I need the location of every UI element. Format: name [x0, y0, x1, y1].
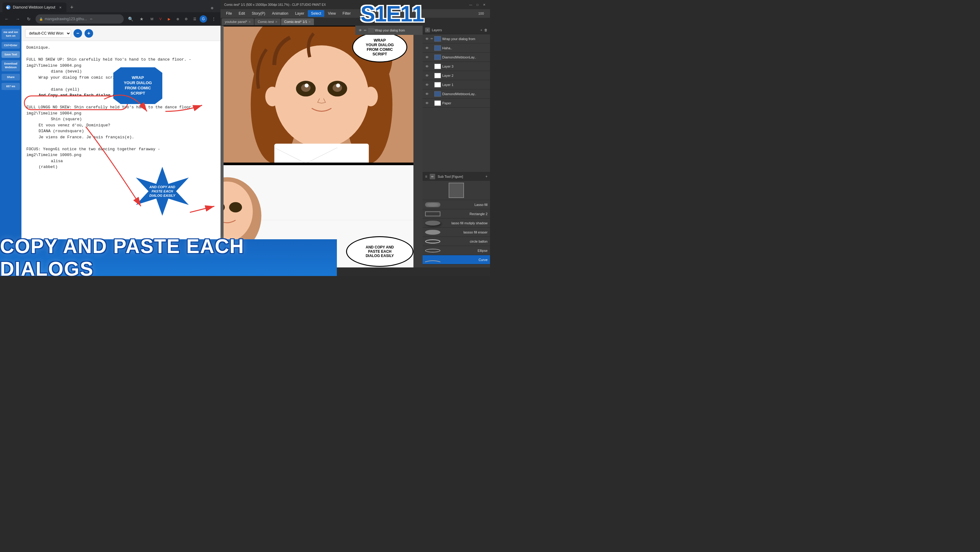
- script-line-11: Je viens de France. Je suis français(e).: [38, 134, 216, 140]
- subtool-add-icon[interactable]: +: [485, 174, 488, 179]
- tab-active-close[interactable]: ✕: [309, 20, 311, 24]
- subtool-menu-icon[interactable]: ≡: [425, 174, 427, 179]
- tab-close-button[interactable]: ✕: [58, 5, 63, 10]
- menu-layer[interactable]: Layer: [292, 10, 307, 17]
- menu-select[interactable]: Select: [308, 10, 324, 17]
- tab-favicon: ◆: [6, 5, 10, 10]
- ext-icon-6[interactable]: ☰: [191, 15, 199, 23]
- csp-title: Comic-test* 1/1 (500 x 15000px 300dpi 16…: [224, 3, 326, 6]
- layer-row-5[interactable]: 👁 ✏ Layer 1: [423, 80, 490, 89]
- layer-vis-7[interactable]: 👁: [425, 101, 430, 106]
- layer-vis-6[interactable]: 👁: [425, 92, 430, 97]
- bookmark-button[interactable]: ★: [137, 15, 146, 23]
- layer-row-4[interactable]: 👁 ✏ Layer 2: [423, 71, 490, 80]
- sidebar-download[interactable]: Download Webtoon: [2, 60, 20, 71]
- svg-point-13: [364, 87, 378, 106]
- ext-icon-5[interactable]: ⚙: [183, 15, 190, 23]
- subtool-tool-icon[interactable]: ✏: [430, 174, 435, 179]
- ext-icon-3[interactable]: ▶: [165, 15, 173, 23]
- active-tab[interactable]: ◆ Diamond Webtoon Layout ✕: [2, 2, 67, 12]
- address-input[interactable]: 🔒 mangadrawing123.githu... ✏: [35, 14, 124, 24]
- layer-row-2[interactable]: 👁 ✏ DiamondWebtoonLay..: [423, 52, 490, 62]
- subtool-curve[interactable]: Curve: [423, 255, 490, 264]
- ext-icon-1[interactable]: M: [148, 15, 156, 23]
- layer-row-3[interactable]: 👁 ✏ Layer 3: [423, 62, 490, 71]
- refresh-button[interactable]: ↻: [24, 15, 33, 23]
- svg-point-22: [229, 202, 242, 213]
- subtool-curve-label: Curve: [443, 258, 488, 262]
- address-bar: ← → ↻ 🔒 mangadrawing123.githu... ✏ 🔍 ★ M…: [0, 12, 221, 26]
- layer-vis-0[interactable]: 👁: [425, 36, 430, 41]
- sidebar-save-text[interactable]: Save Text: [2, 51, 20, 58]
- zoom-label: 100: [478, 12, 484, 15]
- layers-delete-icon[interactable]: 🗑: [484, 28, 488, 32]
- csp-thin-right-panel: [414, 26, 423, 276]
- subtool-rect2-label: Rectangle 2: [443, 212, 488, 216]
- layer-edit-icon[interactable]: ✏: [363, 28, 368, 33]
- layer-vis-2[interactable]: 👁: [425, 55, 430, 60]
- font-decrease-button[interactable]: −: [73, 29, 82, 38]
- script-line-7: FULL LONGG NO SKEW: Shin carefully held …: [26, 104, 216, 116]
- menu-animation[interactable]: Animation: [269, 10, 291, 17]
- maximize-button[interactable]: □: [475, 2, 480, 7]
- layer-row-1[interactable]: 👁 ✏ Haha..: [423, 43, 490, 52]
- layers-add-icon[interactable]: +: [480, 28, 482, 32]
- menu-story[interactable]: Story(P): [249, 10, 268, 17]
- sidebar-item-shortcut[interactable]: Ctrl+Enter: [2, 42, 20, 49]
- script-line-8: Shin (square): [51, 116, 216, 122]
- layer-vis-4[interactable]: 👁: [425, 73, 430, 78]
- subtool-lasso-eraser[interactable]: lassso fill eraser: [423, 228, 490, 237]
- layer-visibility-icon[interactable]: 👁: [358, 28, 363, 33]
- minimize-button[interactable]: —: [469, 2, 473, 7]
- subtool-lasso-shadow[interactable]: lasso fill mutiply shadow: [423, 219, 490, 228]
- subtool-ellipse[interactable]: Ellipse: [423, 246, 490, 255]
- layer-thumb-4: [434, 73, 441, 78]
- layers-filter-icon[interactable]: ≡: [425, 27, 430, 32]
- font-increase-button[interactable]: +: [84, 29, 93, 38]
- subtool-lasso-fill[interactable]: Lasso fill: [423, 200, 490, 209]
- tab-bar: ◆ Diamond Webtoon Layout ✕ + ⊕: [0, 0, 221, 12]
- forward-button[interactable]: →: [13, 15, 22, 23]
- tab-comic-test[interactable]: Comic-test ✕: [255, 18, 280, 25]
- tab-comic-test-close[interactable]: ✕: [275, 20, 277, 24]
- tab-youtube-close[interactable]: ✕: [248, 20, 251, 24]
- subtool-lasso-shadow-label: lasso fill mutiply shadow: [443, 221, 488, 225]
- menu-view[interactable]: View: [325, 10, 339, 17]
- subtool-rect2-preview: [425, 211, 441, 216]
- ext-icon-4[interactable]: ⊕: [174, 15, 181, 23]
- menu-filter[interactable]: Filter: [340, 10, 354, 17]
- layer-vis-3[interactable]: 👁: [425, 64, 430, 69]
- menu-file[interactable]: File: [223, 10, 235, 17]
- layer-vis-5[interactable]: 👁: [425, 82, 430, 87]
- subtool-rect2[interactable]: Rectangle 2: [423, 209, 490, 219]
- font-selector[interactable]: default-CC Wild Words ▼: [25, 29, 71, 38]
- close-button[interactable]: ✕: [482, 2, 486, 7]
- menu-edit[interactable]: Edit: [235, 10, 248, 17]
- subtool-circle-ballon[interactable]: circle ballon: [423, 237, 490, 246]
- starburst-shape: AND COPY ANDPASTE EACHDIALOG EASILY: [135, 167, 190, 216]
- subtool-rect-button[interactable]: [449, 183, 464, 198]
- search-button[interactable]: 🔍: [126, 15, 135, 23]
- layers-title: Layers: [432, 28, 479, 32]
- csp-menubar: File Edit Story(P) Animation Layer Selec…: [221, 9, 490, 18]
- sidebar-share[interactable]: Share: [2, 74, 20, 81]
- back-button[interactable]: ←: [2, 15, 11, 23]
- subtool-curve-preview: [425, 258, 441, 261]
- layer-row-0[interactable]: 👁 ✏ Wrap your dialog from: [423, 34, 490, 43]
- layer-row-7[interactable]: 👁 ✏ Paper: [423, 98, 490, 108]
- tab-comic-test-active[interactable]: Comic-test* 1/1 ✕: [281, 18, 314, 25]
- tab-youtube[interactable]: youtube panel* ✕: [222, 18, 254, 25]
- more-menu-button[interactable]: ⋮: [210, 15, 218, 23]
- ext-icon-2[interactable]: V: [157, 15, 164, 23]
- profile-avatar[interactable]: G: [200, 15, 207, 23]
- callout-text: WRAPYOUR DIALOGFROM COMICSCRIPT: [124, 75, 152, 96]
- new-tab-button[interactable]: +: [68, 3, 76, 12]
- layer-vis-1[interactable]: 👁: [425, 46, 430, 51]
- layer-icon-3: ✏: [431, 65, 433, 68]
- script-line-1: Dominique.: [26, 45, 216, 51]
- subtool-ellipse-preview: [425, 249, 441, 252]
- script-line-12: FOCUS: YeognGi notice the two dancing to…: [26, 146, 216, 158]
- layer-name-4: Layer 2: [442, 74, 488, 78]
- layer-row-6[interactable]: 👁 ✏ DiamondWebtoonLay..: [423, 89, 490, 98]
- csp-right-panel: ≡ Layers + 🗑 👁 ✏ Wrap your dialog from 👁…: [423, 26, 490, 276]
